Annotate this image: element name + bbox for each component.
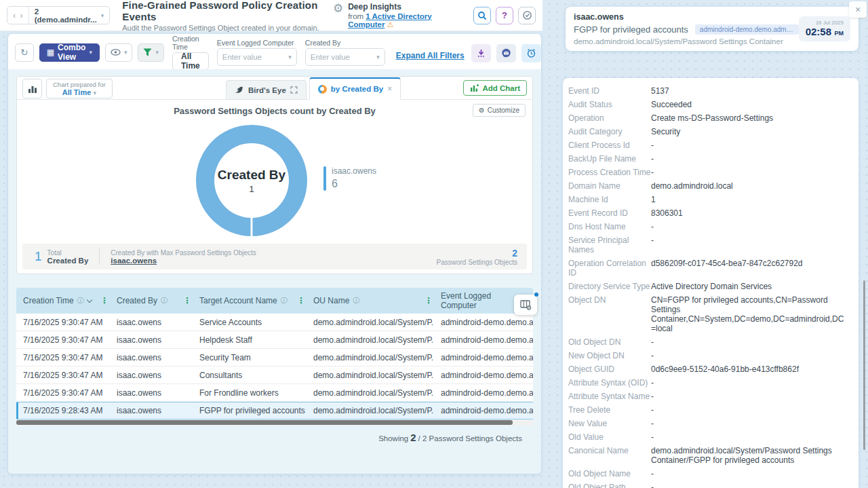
- info-icon[interactable]: ⓘ: [353, 296, 359, 305]
- detail-field-label: Event ID: [568, 86, 651, 96]
- schedule-button[interactable]: [518, 7, 536, 24]
- detail-field-row: Old Object Name -: [563, 469, 859, 478]
- cell-event-logged-computer: admindroid-demo.demo.admind: [434, 335, 533, 345]
- summary-total-labels: Total Created By: [47, 249, 89, 265]
- legend-value: 6: [332, 178, 376, 190]
- creation-time-filter-button[interactable]: All Time: [172, 52, 209, 70]
- question-icon: ?: [502, 10, 507, 20]
- detail-field-value: Active Directory Domain Services: [651, 282, 772, 291]
- detail-field-label: Audit Status: [568, 100, 651, 109]
- showing-suffix: / 2 Password Settings Objects: [418, 434, 522, 443]
- column-created-by[interactable]: Created By ⓘ ⋮: [110, 288, 193, 314]
- chart-tabs-row: Chart prepared for All Time ▾ Bird's Eye: [17, 77, 532, 100]
- combo-view-button[interactable]: ▦ Combo View ▾: [39, 43, 100, 62]
- column-settings-button[interactable]: [514, 295, 537, 315]
- detail-field-label: Old Object Name: [568, 469, 651, 478]
- vertical-scrollbar[interactable]: [863, 280, 865, 450]
- expand-all-filters-link[interactable]: Expand All Filters: [396, 51, 465, 60]
- column-menu-icon[interactable]: ⋮: [297, 296, 305, 305]
- column-menu-icon[interactable]: ⋮: [183, 296, 191, 305]
- scrollbar-thumb[interactable]: [16, 420, 513, 425]
- created-by-select[interactable]: Enter value ▾: [305, 48, 385, 66]
- expand-icon[interactable]: [290, 86, 298, 94]
- view-options-button[interactable]: ▾: [105, 43, 133, 62]
- detail-field-value: demo.admindroid.local/System/Password Se…: [651, 446, 848, 465]
- table-row[interactable]: 7/16/2025 9:30:47 AM isaac.owens Service…: [16, 314, 533, 331]
- detail-object-name: FGPP for privileged accounts: [574, 24, 688, 35]
- chart-period-label: Chart prepared for: [53, 81, 106, 88]
- table-row[interactable]: 7/16/2025 9:30:47 AM isaac.owens For Fro…: [16, 384, 533, 402]
- feedback-button[interactable]: [496, 44, 516, 62]
- chart-controls: Chart prepared for All Time ▾: [22, 79, 113, 98]
- detail-field-value: CN=FGPP for privileged accounts,CN=Passw…: [651, 295, 848, 333]
- column-creation-time[interactable]: Creation Time ⓘ ⋮: [16, 288, 110, 314]
- detail-field-label: New Object DN: [568, 351, 651, 360]
- detail-field-value: -: [651, 392, 654, 401]
- event-logged-computer-select[interactable]: Enter value ▾: [217, 48, 297, 66]
- events-table: Creation Time ⓘ ⋮ Created By ⓘ ⋮ Target …: [16, 288, 533, 426]
- detail-field-row: Event ID 5137: [563, 86, 859, 96]
- report-selector[interactable]: 2 (demo.admindr... ▾: [28, 7, 110, 24]
- column-menu-icon[interactable]: ⋮: [425, 296, 433, 305]
- horizontal-scrollbar[interactable]: [16, 419, 533, 426]
- cell-creation-time: 7/16/2025 9:30:47 AM: [16, 371, 110, 380]
- insights-from-label: from: [348, 12, 363, 20]
- filter-button[interactable]: ▾: [138, 43, 164, 62]
- chart-title: Password Settings Objects count by Creat…: [174, 106, 376, 116]
- add-chart-button[interactable]: Add Chart: [463, 80, 527, 96]
- info-icon[interactable]: ⓘ: [281, 296, 288, 305]
- forward-icon[interactable]: ›: [20, 7, 22, 24]
- table-body: 7/16/2025 9:30:47 AM isaac.owens Service…: [16, 314, 533, 419]
- alarm-button[interactable]: [521, 44, 541, 62]
- column-target-account-name[interactable]: Target Account Name ⓘ ⋮: [193, 288, 307, 314]
- detail-field-value: -: [651, 483, 654, 488]
- info-icon[interactable]: ⓘ: [161, 296, 167, 305]
- info-icon[interactable]: ⓘ: [77, 296, 84, 305]
- column-menu-icon[interactable]: ⋮: [100, 296, 108, 305]
- detail-field-row: Audit Status Succeeded: [563, 100, 859, 109]
- panel-close-button[interactable]: ×: [849, 1, 867, 18]
- detail-time-line: 02:58 PM: [806, 26, 844, 38]
- chart-period-dropdown[interactable]: Chart prepared for All Time ▾: [46, 79, 113, 98]
- detail-field-value: Succeeded: [651, 100, 692, 109]
- customize-button[interactable]: ⚙ Customize: [473, 104, 526, 117]
- close-tab-icon[interactable]: ×: [387, 84, 392, 94]
- summary-total-sub: Total: [47, 249, 89, 257]
- detail-field-label: Object DN: [568, 295, 651, 333]
- legend-item[interactable]: isaac.owens 6: [323, 166, 376, 191]
- detail-field-label: Service Principal Names: [568, 236, 651, 255]
- sort-desc-icon[interactable]: [86, 297, 92, 302]
- table-row[interactable]: 7/16/2025 9:30:47 AM isaac.owens Consult…: [16, 367, 533, 384]
- detail-field-value: 0d6c9ee9-5152-40a6-91bb-e413cffb862f: [651, 364, 799, 374]
- column-ou-name[interactable]: OU Name ⓘ ⋮: [307, 288, 434, 314]
- summary-total: 1 Total Created By: [22, 249, 88, 265]
- tab-by-created-by[interactable]: by Created By ×: [309, 77, 401, 100]
- donut-ring[interactable]: Created By 1: [196, 125, 307, 236]
- detail-field-label: Old Object Path: [568, 483, 651, 488]
- tab-birds-eye[interactable]: Bird's Eye: [226, 80, 307, 100]
- table-row[interactable]: 7/16/2025 9:28:43 AM isaac.owens FGPP fo…: [16, 402, 533, 419]
- summary-count-label: Password Settings Objects: [437, 259, 518, 266]
- table-row[interactable]: 7/16/2025 9:30:47 AM isaac.owens Helpdes…: [16, 331, 533, 349]
- cell-created-by: isaac.owens: [110, 318, 193, 327]
- table-row[interactable]: 7/16/2025 9:30:47 AM isaac.owens Securit…: [16, 349, 533, 367]
- detail-field-value: -: [651, 432, 654, 442]
- title-block: Fine-Grained Password Policy Creation Ev…: [122, 0, 323, 32]
- detail-field-row: Object DN CN=FGPP for privileged account…: [563, 295, 859, 333]
- detail-computer-tag[interactable]: admindroid-demo.demo.admindroi...: [695, 24, 799, 35]
- refresh-button[interactable]: ↻: [15, 43, 34, 62]
- showing-count: 2: [410, 432, 416, 443]
- donut-center-value: 1: [249, 184, 254, 194]
- close-icon: ×: [855, 4, 861, 15]
- download-button[interactable]: [471, 44, 491, 62]
- back-icon[interactable]: ‹: [13, 7, 16, 24]
- legend-text: isaac.owens 6: [332, 166, 376, 191]
- app-root: ‹ › 2 (demo.admindr... ▾ Fine-Grained Pa…: [0, 0, 868, 488]
- cell-target-account-name: Consultants: [193, 371, 307, 380]
- cell-ou-name: demo.admindroid.local/System/P...: [307, 371, 434, 380]
- help-button[interactable]: ?: [496, 7, 513, 24]
- summary-max-value-link[interactable]: isaac.owens: [111, 257, 256, 265]
- chart-type-button[interactable]: [22, 79, 42, 98]
- search-button[interactable]: [473, 7, 491, 24]
- filter-label: Created By: [305, 39, 385, 47]
